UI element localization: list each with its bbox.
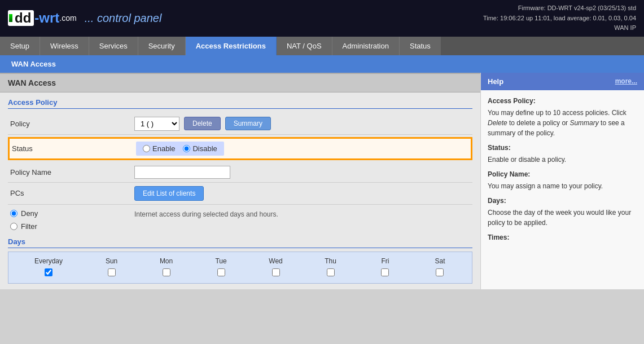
policy-name-value xyxy=(134,166,230,179)
status-options: Enable Disable xyxy=(136,142,224,156)
mon-checkbox[interactable] xyxy=(163,268,170,276)
summary-button[interactable]: Summary xyxy=(225,117,271,130)
header-info: Firmware: DD-WRT v24-sp2 (03/25/13) std … xyxy=(483,3,636,33)
fri-checkbox[interactable] xyxy=(381,268,389,276)
status-label: Status xyxy=(12,144,136,153)
help-policy-name-title: Policy Name: xyxy=(488,169,637,179)
deny-radio[interactable] xyxy=(10,210,17,217)
nav-item-security[interactable]: Security xyxy=(138,37,186,55)
day-check-fri xyxy=(358,267,413,280)
help-days-text: Choose the day of the week you would lik… xyxy=(488,208,637,228)
main-panel: WAN Access Access Policy Policy 1 ( ) De… xyxy=(0,73,480,289)
control-panel-label: ... control panel xyxy=(85,12,162,25)
main-layout: WAN Access Access Policy Policy 1 ( ) De… xyxy=(0,73,644,289)
help-policy-name: Policy Name: You may assign a name to yo… xyxy=(488,169,637,191)
day-col-mon: Mon xyxy=(139,255,194,267)
logo: dd -wrt .com xyxy=(8,10,77,26)
sub-nav-item-wan-access[interactable]: WAN Access xyxy=(2,55,65,73)
day-col-fri: Fri xyxy=(358,255,413,267)
day-col-sat: Sat xyxy=(413,255,467,267)
days-check-row xyxy=(13,267,467,280)
wed-checkbox[interactable] xyxy=(272,268,280,276)
wan-ip-text: WAN IP xyxy=(483,23,636,33)
disable-option[interactable]: Disable xyxy=(183,144,217,153)
deny-filter-options: Deny Filter xyxy=(10,209,134,231)
nav-item-status[interactable]: Status xyxy=(400,37,441,55)
tue-checkbox[interactable] xyxy=(217,268,225,276)
filter-radio[interactable] xyxy=(10,223,17,230)
pcs-value: Edit List of clients xyxy=(134,186,204,201)
day-check-thu xyxy=(303,267,358,280)
help-status-title: Status: xyxy=(488,143,637,153)
help-status-text: Enable or disable a policy. xyxy=(488,155,637,165)
filter-option[interactable]: Filter xyxy=(10,222,134,231)
day-check-sun xyxy=(84,267,139,280)
nav-item-services[interactable]: Services xyxy=(89,37,138,55)
day-col-sun: Sun xyxy=(84,255,139,267)
days-heading: Days xyxy=(8,237,472,248)
policy-select[interactable]: 1 ( ) xyxy=(134,117,179,131)
days-section: Everyday Sun Mon Tue Wed Thu xyxy=(8,252,472,284)
enable-radio[interactable] xyxy=(143,145,150,152)
policy-row: Policy 1 ( ) Delete Summary xyxy=(8,113,472,135)
disable-radio[interactable] xyxy=(183,145,190,152)
policy-name-label: Policy Name xyxy=(10,168,134,177)
help-days: Days: Choose the day of the week you wou… xyxy=(488,196,637,228)
pcs-label: PCs xyxy=(10,189,134,197)
nav-item-administration[interactable]: Administration xyxy=(332,37,400,55)
deny-description: Internet access during selected days and… xyxy=(134,209,278,218)
help-header: Help more... xyxy=(481,73,644,90)
thu-checkbox[interactable] xyxy=(327,268,335,276)
help-days-title: Days: xyxy=(488,196,637,206)
policy-name-input[interactable] xyxy=(134,166,230,179)
help-status: Status: Enable or disable a policy. xyxy=(488,143,637,165)
logo-area: dd -wrt .com ... control panel xyxy=(8,10,161,26)
edit-clients-button[interactable]: Edit List of clients xyxy=(134,186,204,201)
section-header: WAN Access xyxy=(0,73,480,92)
policy-value: 1 ( ) Delete Summary xyxy=(134,117,271,131)
help-times-title: Times: xyxy=(488,232,637,242)
day-col-tue: Tue xyxy=(194,255,248,267)
sat-checkbox[interactable] xyxy=(436,268,444,276)
day-col-wed: Wed xyxy=(248,255,303,267)
enable-option[interactable]: Enable xyxy=(143,144,175,153)
help-title: Help xyxy=(488,77,503,86)
help-delete-italic: Delete xyxy=(488,119,507,127)
sun-checkbox[interactable] xyxy=(108,268,116,276)
day-check-mon xyxy=(139,267,194,280)
day-col-thu: Thu xyxy=(303,255,358,267)
delete-button[interactable]: Delete xyxy=(184,117,221,130)
deny-filter-section: Deny Filter Internet access during selec… xyxy=(8,205,472,235)
nav-item-wireless[interactable]: Wireless xyxy=(40,37,89,55)
policy-name-row: Policy Name xyxy=(8,162,472,183)
status-row: Status Enable Disable xyxy=(8,137,472,160)
day-col-everyday: Everyday xyxy=(13,255,84,267)
days-header-row: Everyday Sun Mon Tue Wed Thu xyxy=(13,255,467,267)
nav-item-access-restrictions[interactable]: Access Restrictions xyxy=(186,37,277,55)
day-check-sat xyxy=(413,267,467,280)
pcs-row: PCs Edit List of clients xyxy=(8,183,472,205)
help-times: Times: xyxy=(488,232,637,242)
day-check-tue xyxy=(194,267,248,280)
firmware-text: Firmware: DD-WRT v24-sp2 (03/25/13) std xyxy=(483,3,636,14)
help-access-policy: Access Policy: You may define up to 10 a… xyxy=(488,96,637,138)
everyday-checkbox[interactable] xyxy=(45,268,52,276)
day-check-everyday xyxy=(13,267,84,280)
sub-nav: WAN Access xyxy=(0,55,644,73)
deny-option[interactable]: Deny xyxy=(10,209,134,218)
main-nav: Setup Wireless Services Security Access … xyxy=(0,37,644,55)
help-panel: Help more... Access Policy: You may defi… xyxy=(480,73,644,289)
help-body: Access Policy: You may define up to 10 a… xyxy=(481,90,644,250)
access-policy-heading: Access Policy xyxy=(8,98,472,109)
policy-label: Policy xyxy=(10,120,134,128)
help-access-policy-text: You may define up to 10 access policies.… xyxy=(488,108,637,138)
help-policy-name-text: You may assign a name to your policy. xyxy=(488,181,637,191)
header: dd -wrt .com ... control panel Firmware:… xyxy=(0,0,644,37)
nav-item-nat-qos[interactable]: NAT / QoS xyxy=(277,37,332,55)
time-text: Time: 19:06:22 up 11:01, load average: 0… xyxy=(483,14,636,24)
help-summary-italic: Summary xyxy=(569,119,598,127)
help-more-link[interactable]: more... xyxy=(615,77,637,85)
help-access-policy-title: Access Policy: xyxy=(488,96,637,106)
main-body: Access Policy Policy 1 ( ) Delete Summar… xyxy=(0,92,480,289)
nav-item-setup[interactable]: Setup xyxy=(0,37,40,55)
